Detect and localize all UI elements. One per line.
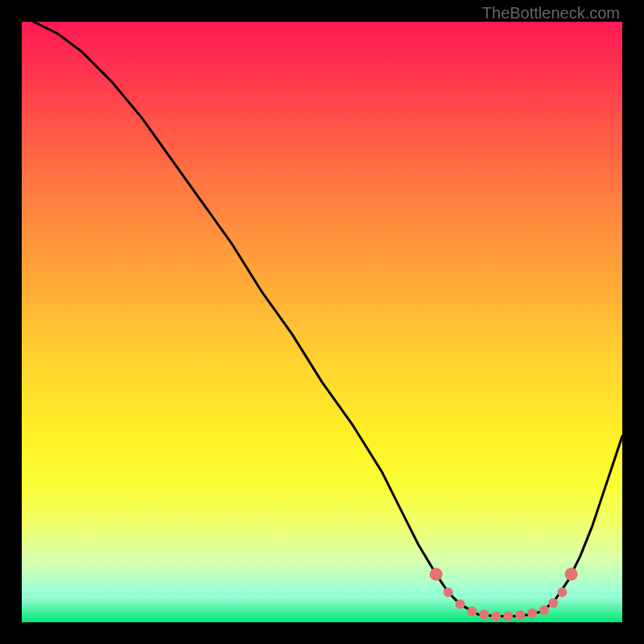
svg-point-1 [444, 588, 453, 597]
svg-point-8 [527, 609, 537, 618]
chart-svg [22, 22, 622, 622]
svg-point-5 [491, 612, 501, 621]
svg-point-10 [548, 598, 558, 608]
svg-point-3 [468, 607, 477, 617]
attribution-text: TheBottleneck.com [482, 4, 620, 23]
plot-area [22, 22, 622, 622]
svg-point-7 [515, 610, 525, 620]
bottleneck-curve [34, 22, 622, 617]
svg-point-11 [557, 588, 567, 597]
svg-point-9 [539, 605, 549, 615]
svg-point-6 [503, 612, 513, 621]
optimal-markers [430, 568, 578, 621]
svg-point-4 [479, 609, 489, 619]
svg-point-2 [456, 600, 465, 609]
svg-point-12 [565, 568, 578, 580]
svg-point-0 [430, 568, 443, 580]
